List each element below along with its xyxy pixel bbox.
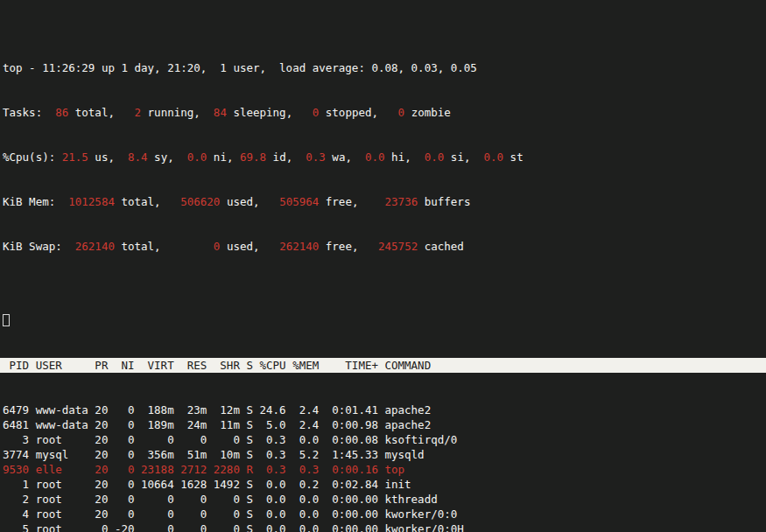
summary-segment: ni, bbox=[207, 150, 240, 164]
summary-segment: sleeping, bbox=[227, 106, 299, 119]
summary-segment: %Cpu(s): bbox=[3, 150, 62, 164]
summary-segment: 86 bbox=[49, 106, 69, 119]
summary-segment: 262140 bbox=[266, 240, 319, 253]
summary-segment: 262140 bbox=[75, 240, 115, 253]
summary-line-swap: KiB Swap: 262140 total, 0 used, 262140 f… bbox=[3, 239, 766, 254]
summary-segment: 0.3 bbox=[299, 150, 326, 164]
summary-segment: 505964 bbox=[266, 195, 319, 208]
process-row: 3 root 20 0 0 0 0 S 0.3 0.0 0:00.08 ksof… bbox=[3, 432, 766, 447]
summary-segment: hi, bbox=[385, 150, 418, 164]
summary-line-tasks: Tasks: 86 total, 2 running, 84 sleeping,… bbox=[3, 105, 766, 120]
summary-segment: 0 bbox=[299, 106, 320, 119]
cursor-line bbox=[3, 313, 766, 328]
summary-segment: used, bbox=[220, 240, 266, 253]
summary-segment: si, bbox=[444, 150, 477, 164]
summary-segment: us, bbox=[88, 150, 122, 164]
summary-line-mem: KiB Mem: 1012584 total, 506620 used, 505… bbox=[3, 194, 766, 209]
terminal-window[interactable]: top - 11:26:29 up 1 day, 21:20, 1 user, … bbox=[0, 0, 766, 532]
summary-segment: top - 11:26:29 up 1 day, 21:20, 1 user, … bbox=[3, 61, 477, 74]
process-row: 9530 elle 20 0 23188 2712 2280 R 0.3 0.3… bbox=[3, 462, 766, 477]
summary-segment: 506620 bbox=[167, 195, 220, 208]
summary-segment: running, bbox=[141, 106, 207, 119]
process-row: 6479 www-data 20 0 188m 23m 12m S 24.6 2… bbox=[3, 402, 766, 417]
summary-segment: 0.0 bbox=[358, 150, 384, 164]
summary-segment: buffers bbox=[418, 195, 470, 208]
summary-segment: 0.0 bbox=[180, 150, 207, 164]
summary-segment: Tasks: bbox=[3, 106, 49, 119]
summary-segment: used, bbox=[220, 195, 266, 208]
summary-segment: 2 bbox=[121, 106, 141, 119]
summary-segment: 21.5 bbox=[62, 150, 88, 164]
summary-line-cpu: %Cpu(s): 21.5 us, 8.4 sy, 0.0 ni, 69.8 i… bbox=[3, 150, 766, 164]
process-table-header-row: PID USER PR NI VIRT RES SHR S %CPU %MEM … bbox=[0, 358, 766, 373]
summary-segment: 0 bbox=[167, 240, 220, 253]
summary-segment: 0 bbox=[385, 106, 405, 119]
process-row: 1 root 20 0 10664 1628 1492 S 0.0 0.2 0:… bbox=[3, 477, 766, 492]
process-row: 5 root 0 -20 0 0 0 S 0.0 0.0 0:00.00 kwo… bbox=[3, 522, 766, 532]
summary-segment: stopped, bbox=[319, 106, 384, 119]
summary-segment: zombie bbox=[404, 106, 451, 119]
summary-segment: free, bbox=[319, 195, 365, 208]
top-summary-section: top - 11:26:29 up 1 day, 21:20, 1 user, … bbox=[3, 31, 766, 284]
process-row: 6481 www-data 20 0 189m 24m 11m S 5.0 2.… bbox=[3, 417, 766, 432]
terminal-cursor bbox=[3, 314, 10, 326]
summary-segment: wa, bbox=[326, 150, 359, 164]
process-row: 4 root 20 0 0 0 0 S 0.0 0.0 0:00.00 kwor… bbox=[3, 507, 766, 522]
summary-segment: total, bbox=[115, 195, 167, 208]
summary-segment: 8.4 bbox=[121, 150, 147, 164]
process-row: 2 root 20 0 0 0 0 S 0.0 0.0 0:00.00 kthr… bbox=[3, 492, 766, 507]
process-table-body: 6479 www-data 20 0 188m 23m 12m S 24.6 2… bbox=[3, 402, 766, 532]
summary-segment: 0.0 bbox=[477, 150, 503, 164]
summary-segment: 84 bbox=[207, 106, 227, 119]
process-row: 3774 mysql 20 0 356m 51m 10m S 0.3 5.2 1… bbox=[3, 447, 766, 462]
summary-segment: free, bbox=[319, 240, 365, 253]
summary-segment: 23736 bbox=[365, 195, 418, 208]
summary-segment: cached bbox=[418, 240, 464, 253]
summary-segment: KiB Mem: bbox=[3, 195, 68, 208]
summary-segment: sy, bbox=[148, 150, 181, 164]
summary-segment: 1012584 bbox=[68, 195, 115, 208]
summary-segment: total, bbox=[68, 106, 121, 119]
summary-segment: id, bbox=[266, 150, 299, 164]
summary-segment: st bbox=[503, 150, 524, 164]
summary-segment: 69.8 bbox=[240, 150, 266, 164]
summary-line-uptime: top - 11:26:29 up 1 day, 21:20, 1 user, … bbox=[3, 60, 766, 75]
summary-segment: 0.0 bbox=[418, 150, 444, 164]
summary-segment: total, bbox=[115, 240, 167, 253]
summary-segment: KiB Swap: bbox=[3, 240, 75, 253]
summary-segment: 245752 bbox=[365, 240, 418, 253]
